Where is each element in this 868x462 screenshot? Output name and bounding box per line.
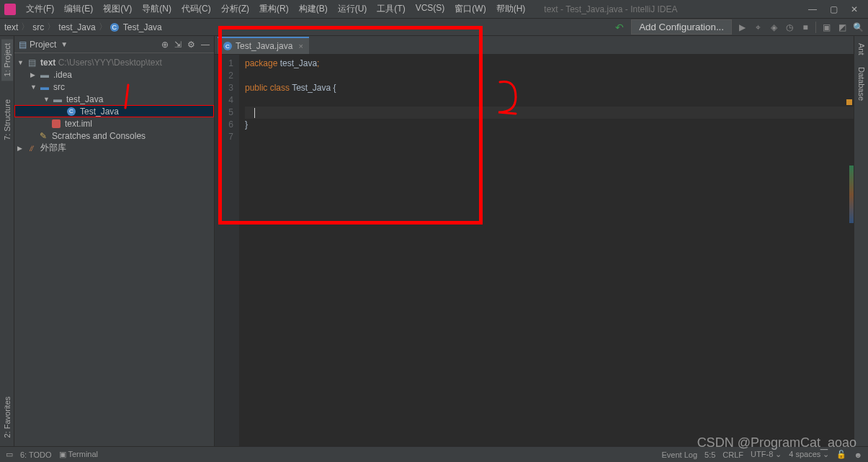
breadcrumb: text〉 src〉 test_Java〉 C Test_Java <box>4 21 162 33</box>
tree-root[interactable]: ▼▤ text C:\Users\YYY\Desktop\text <box>14 56 214 68</box>
project-panel: ▤ Project ▼ ⊕ ⇲ ⚙ — ▼▤ text C:\Users\YYY… <box>14 36 215 446</box>
class-icon: C <box>110 23 119 32</box>
folder-icon: ▬ <box>39 70 50 80</box>
menu-view[interactable]: 视图(V) <box>99 1 136 17</box>
tab-close-icon[interactable]: × <box>298 42 303 50</box>
status-readonly-icon[interactable]: 🔓 <box>836 450 846 459</box>
tree-src[interactable]: ▼▬ src <box>14 81 214 93</box>
status-eventlog[interactable]: Event Log <box>662 450 698 459</box>
profile-icon[interactable]: ◷ <box>784 22 795 33</box>
breadcrumb-item[interactable]: src <box>32 22 44 32</box>
editor-area: C Test_Java.java × 1234567 package test_… <box>215 36 854 446</box>
scratches-icon: ✎ <box>37 131 49 141</box>
breadcrumb-item[interactable]: Test_Java <box>123 22 162 32</box>
tool-tab-ant[interactable]: Ant <box>856 39 867 60</box>
chevron-down-icon[interactable]: ▼ <box>61 40 68 48</box>
coverage-icon[interactable]: ◈ <box>768 22 779 33</box>
stop-icon[interactable]: ■ <box>800 22 811 33</box>
tool-tab-structure[interactable]: 7: Structure <box>1 95 13 145</box>
editor-tab-test-java[interactable]: C Test_Java.java × <box>218 37 309 54</box>
status-bar: ▭ 6: TODO ▣ Terminal Event Log 5:5 CRLF … <box>0 446 868 462</box>
menu-code[interactable]: 代码(C) <box>177 1 215 17</box>
back-arrow-icon[interactable]: ↶ <box>615 22 624 33</box>
project-folder-icon: ▤ <box>26 58 37 68</box>
menu-run[interactable]: 运行(U) <box>334 1 372 17</box>
settings-icon[interactable]: ◩ <box>836 22 848 33</box>
tree-scratches[interactable]: ✎ Scratches and Consoles <box>14 130 214 142</box>
folder-icon: ▤ <box>19 40 27 50</box>
menu-navigate[interactable]: 导航(N) <box>138 1 176 17</box>
tree-class-test-java[interactable]: C Test_Java <box>14 105 214 117</box>
menu-vcs[interactable]: VCS(S) <box>411 1 449 17</box>
tool-tab-todo[interactable]: 6: TODO <box>20 450 52 459</box>
hide-icon[interactable]: — <box>201 40 210 50</box>
external-libs-icon: ⫽ <box>26 143 37 153</box>
tool-tab-database[interactable]: Database <box>856 63 867 105</box>
project-tree[interactable]: ▼▤ text C:\Users\YYY\Desktop\text ▶▬ .id… <box>14 53 214 446</box>
status-indent[interactable]: 4 spaces ⌄ <box>789 450 829 459</box>
right-tool-gutter: Ant Database <box>854 36 868 446</box>
navigation-bar: text〉 src〉 test_Java〉 C Test_Java ↶ Add … <box>0 19 868 36</box>
locate-icon[interactable]: ⊕ <box>161 40 169 50</box>
window-title: text - Test_Java.java - IntelliJ IDEA <box>544 4 677 14</box>
source-folder-icon: ▬ <box>39 82 50 92</box>
maximize-icon[interactable]: ▢ <box>830 4 838 14</box>
status-line-sep[interactable]: CRLF <box>722 450 743 459</box>
line-number-gutter: 1234567 <box>215 55 239 446</box>
status-position[interactable]: 5:5 <box>704 450 715 459</box>
project-panel-title[interactable]: Project <box>30 40 56 50</box>
tree-idea[interactable]: ▶▬ .idea <box>14 68 214 81</box>
main-menu: 文件(F) 编辑(E) 视图(V) 导航(N) 代码(C) 分析(Z) 重构(R… <box>22 1 529 17</box>
project-panel-header: ▤ Project ▼ ⊕ ⇲ ⚙ — <box>14 36 214 53</box>
class-icon: C <box>67 107 76 116</box>
warning-stripe-icon[interactable] <box>846 99 852 105</box>
status-inspections-icon[interactable]: ☻ <box>854 450 862 459</box>
close-icon[interactable]: ✕ <box>851 4 858 14</box>
status-message-icon[interactable]: ▭ <box>6 450 13 459</box>
tool-tab-favorites[interactable]: 2: Favorites <box>1 392 13 442</box>
breadcrumb-item[interactable]: text <box>4 22 18 32</box>
menu-refactor[interactable]: 重构(R) <box>255 1 293 17</box>
code-content[interactable]: package test_Java; public class Test_Jav… <box>239 55 854 446</box>
tool-tab-terminal[interactable]: ▣ Terminal <box>59 450 98 459</box>
debug-icon[interactable]: ⌖ <box>752 22 764 33</box>
gear-icon[interactable]: ⚙ <box>187 40 195 50</box>
status-encoding[interactable]: UTF-8 ⌄ <box>751 450 782 459</box>
app-logo-icon <box>4 4 16 15</box>
editor-tabs: C Test_Java.java × <box>215 36 854 55</box>
minimize-icon[interactable]: — <box>808 4 817 14</box>
iml-file-icon <box>52 119 61 128</box>
code-editor[interactable]: 1234567 package test_Java; public class … <box>215 55 854 446</box>
package-icon: ▬ <box>52 94 63 104</box>
run-icon[interactable]: ▶ <box>736 22 748 33</box>
menu-edit[interactable]: 编辑(E) <box>60 1 97 17</box>
menu-file[interactable]: 文件(F) <box>22 1 58 17</box>
left-tool-gutter: 1: Project 7: Structure 2: Favorites <box>0 36 14 446</box>
menu-analyze[interactable]: 分析(Z) <box>217 1 254 17</box>
menu-help[interactable]: 帮助(H) <box>492 1 530 17</box>
add-configuration-button[interactable]: Add Configuration... <box>631 19 732 35</box>
breadcrumb-item[interactable]: test_Java <box>58 22 95 32</box>
class-icon: C <box>223 42 232 50</box>
text-cursor <box>254 108 255 118</box>
tree-iml[interactable]: text.iml <box>14 117 214 130</box>
menu-tools[interactable]: 工具(T) <box>372 1 409 17</box>
error-stripe[interactable] <box>849 166 854 223</box>
search-icon[interactable]: 🔍 <box>852 22 864 33</box>
title-bar: 文件(F) 编辑(E) 视图(V) 导航(N) 代码(C) 分析(Z) 重构(R… <box>0 0 868 19</box>
tool-tab-project[interactable]: 1: Project <box>1 39 13 81</box>
tree-external-libs[interactable]: ▶⫽ 外部库 <box>14 142 214 154</box>
tree-package[interactable]: ▼▬ test_Java <box>14 93 214 105</box>
editor-tab-label: Test_Java.java <box>236 41 292 51</box>
menu-build[interactable]: 构建(B) <box>295 1 332 17</box>
project-structure-icon[interactable]: ▣ <box>820 22 832 33</box>
menu-window[interactable]: 窗口(W) <box>450 1 490 17</box>
collapse-icon[interactable]: ⇲ <box>174 40 182 50</box>
